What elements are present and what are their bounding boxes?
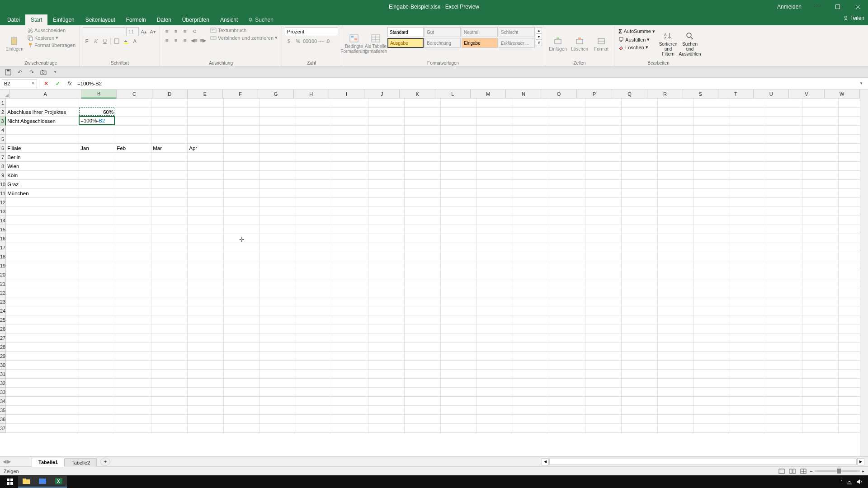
cell-U11[interactable] bbox=[766, 189, 802, 198]
cell-S18[interactable] bbox=[694, 252, 730, 261]
cell-L11[interactable] bbox=[441, 189, 477, 198]
cell-F29[interactable] bbox=[224, 352, 260, 361]
cell-P14[interactable] bbox=[585, 216, 622, 225]
cell-L33[interactable] bbox=[441, 388, 477, 397]
cell-I30[interactable] bbox=[332, 361, 368, 370]
cell-C21[interactable] bbox=[115, 279, 151, 288]
cell-M36[interactable] bbox=[477, 415, 513, 424]
cell-V16[interactable] bbox=[802, 234, 839, 243]
cell-D20[interactable] bbox=[151, 270, 188, 279]
cell-F15[interactable] bbox=[224, 225, 260, 234]
cell-S7[interactable] bbox=[694, 153, 730, 162]
cell-G29[interactable] bbox=[260, 352, 296, 361]
cell-A5[interactable] bbox=[6, 135, 79, 144]
cell-W20[interactable] bbox=[839, 270, 860, 279]
cell-I34[interactable] bbox=[332, 397, 368, 406]
cell-W26[interactable] bbox=[839, 324, 860, 333]
paste-button[interactable]: Einfügen bbox=[5, 27, 24, 61]
cell-E13[interactable] bbox=[188, 207, 224, 216]
cell-B13[interactable] bbox=[79, 207, 115, 216]
cell-H11[interactable] bbox=[296, 189, 332, 198]
cell-H15[interactable] bbox=[296, 225, 332, 234]
column-header-M[interactable]: M bbox=[471, 89, 506, 99]
cell-N26[interactable] bbox=[513, 324, 549, 333]
orientation-button[interactable]: ⟲ bbox=[190, 27, 198, 35]
cell-S11[interactable] bbox=[694, 189, 730, 198]
save-button[interactable] bbox=[4, 68, 13, 77]
cell-V5[interactable] bbox=[802, 135, 839, 144]
cell-M18[interactable] bbox=[477, 252, 513, 261]
cell-U32[interactable] bbox=[766, 379, 802, 388]
cell-N5[interactable] bbox=[513, 135, 549, 144]
cell-I24[interactable] bbox=[332, 306, 368, 315]
cell-D4[interactable] bbox=[151, 126, 188, 135]
redo-button[interactable]: ↷ bbox=[27, 68, 36, 77]
cell-M24[interactable] bbox=[477, 306, 513, 315]
cell-F31[interactable] bbox=[224, 370, 260, 379]
row-header-35[interactable]: 35 bbox=[0, 406, 6, 415]
cell-T11[interactable] bbox=[730, 189, 766, 198]
cell-M23[interactable] bbox=[477, 297, 513, 306]
cell-N37[interactable] bbox=[513, 424, 549, 433]
cell-G32[interactable] bbox=[260, 379, 296, 388]
cell-I26[interactable] bbox=[332, 324, 368, 333]
cell-B17[interactable] bbox=[79, 243, 115, 252]
cell-M11[interactable] bbox=[477, 189, 513, 198]
formula-expand-button[interactable]: ▼ bbox=[856, 79, 866, 88]
cell-M4[interactable] bbox=[477, 126, 513, 135]
cell-R33[interactable] bbox=[658, 388, 694, 397]
cell-V21[interactable] bbox=[802, 279, 839, 288]
cell-H21[interactable] bbox=[296, 279, 332, 288]
cell-K14[interactable] bbox=[405, 216, 441, 225]
cell-C11[interactable] bbox=[115, 189, 151, 198]
cell-K30[interactable] bbox=[405, 361, 441, 370]
cell-O20[interactable] bbox=[549, 270, 585, 279]
cell-L22[interactable] bbox=[441, 288, 477, 297]
cell-V34[interactable] bbox=[802, 397, 839, 406]
cell-C33[interactable] bbox=[115, 388, 151, 397]
cell-I16[interactable] bbox=[332, 234, 368, 243]
cell-E34[interactable] bbox=[188, 397, 224, 406]
cell-Q17[interactable] bbox=[622, 243, 658, 252]
cell-E29[interactable] bbox=[188, 352, 224, 361]
cell-B11[interactable] bbox=[79, 189, 115, 198]
cell-N1[interactable] bbox=[513, 99, 549, 108]
cell-I7[interactable] bbox=[332, 153, 368, 162]
cell-W3[interactable] bbox=[839, 117, 860, 126]
cell-Q14[interactable] bbox=[622, 216, 658, 225]
cell-K8[interactable] bbox=[405, 162, 441, 171]
cell-R32[interactable] bbox=[658, 379, 694, 388]
cell-L36[interactable] bbox=[441, 415, 477, 424]
cell-O16[interactable] bbox=[549, 234, 585, 243]
cell-B33[interactable] bbox=[79, 388, 115, 397]
cell-A7[interactable]: Berlin bbox=[6, 153, 79, 162]
cell-S25[interactable] bbox=[694, 315, 730, 324]
cell-E7[interactable] bbox=[188, 153, 224, 162]
cell-D21[interactable] bbox=[151, 279, 188, 288]
cell-V3[interactable] bbox=[802, 117, 839, 126]
cell-E11[interactable] bbox=[188, 189, 224, 198]
cell-W32[interactable] bbox=[839, 379, 860, 388]
cell-U1[interactable] bbox=[766, 99, 802, 108]
cell-K29[interactable] bbox=[405, 352, 441, 361]
cell-A9[interactable]: Köln bbox=[6, 171, 79, 180]
sheet-tab-tabelle2[interactable]: Tabelle2 bbox=[65, 458, 97, 467]
cell-D23[interactable] bbox=[151, 297, 188, 306]
cell-L25[interactable] bbox=[441, 315, 477, 324]
normal-view-button[interactable] bbox=[777, 468, 786, 475]
cell-H14[interactable] bbox=[296, 216, 332, 225]
insert-function-button[interactable]: fx bbox=[65, 79, 75, 88]
minimize-button[interactable] bbox=[807, 0, 827, 14]
cell-W12[interactable] bbox=[839, 198, 860, 207]
cell-A19[interactable] bbox=[6, 261, 79, 270]
column-header-N[interactable]: N bbox=[506, 89, 541, 99]
cell-I20[interactable] bbox=[332, 270, 368, 279]
cell-L2[interactable] bbox=[441, 108, 477, 117]
cell-K33[interactable] bbox=[405, 388, 441, 397]
cell-O18[interactable] bbox=[549, 252, 585, 261]
cell-V35[interactable] bbox=[802, 406, 839, 415]
cell-N29[interactable] bbox=[513, 352, 549, 361]
cell-C5[interactable] bbox=[115, 135, 151, 144]
cell-P35[interactable] bbox=[585, 406, 622, 415]
cell-P33[interactable] bbox=[585, 388, 622, 397]
